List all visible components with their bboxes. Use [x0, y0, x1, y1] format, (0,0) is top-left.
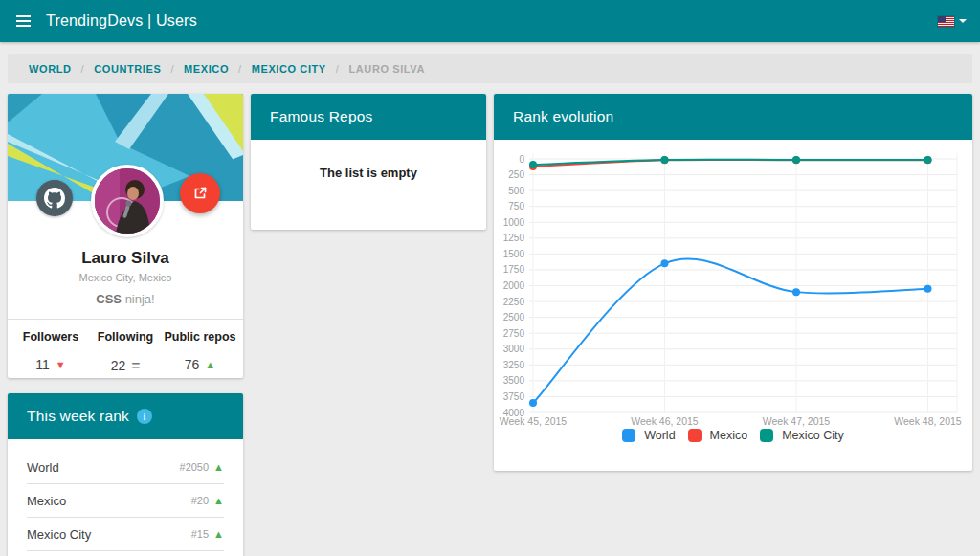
svg-text:1000: 1000 — [503, 217, 525, 228]
app-title: TrendingDevs | Users — [46, 12, 197, 30]
svg-text:2000: 2000 — [503, 280, 525, 291]
breadcrumb-separator: / — [170, 63, 174, 75]
external-link-icon — [191, 185, 209, 202]
breadcrumb-current-user: LAURO SILVA — [348, 63, 425, 75]
svg-text:3750: 3750 — [503, 391, 525, 402]
famous-repos-empty-message: The list is empty — [251, 140, 486, 180]
svg-text:Week 47, 2015: Week 47, 2015 — [763, 415, 831, 427]
legend-item-mexico-city: Mexico City — [760, 429, 844, 442]
breadcrumb-separator: / — [81, 63, 85, 75]
profile-location: Mexico City, Mexico — [8, 272, 243, 283]
trend-up-icon: ▲ — [213, 461, 224, 473]
rank-evolution-chart: 0250500750100012501500175020002250250027… — [494, 140, 972, 471]
info-icon[interactable]: i — [137, 409, 152, 424]
github-button[interactable] — [36, 180, 73, 216]
stat-followers: Followers 11▼ — [13, 330, 88, 373]
svg-text:2750: 2750 — [503, 328, 525, 339]
rank-evolution-card: Rank evolution 0250500750100012501500175… — [494, 94, 972, 471]
profile-name: Lauro Silva — [8, 249, 243, 268]
breadcrumb-separator: / — [336, 63, 340, 75]
svg-text:1750: 1750 — [503, 264, 525, 275]
language-selector[interactable] — [938, 16, 967, 27]
hamburger-icon[interactable] — [2, 0, 44, 42]
breadcrumb-mexico[interactable]: MEXICO — [184, 63, 229, 75]
rank-row-mexico: Mexico #20▲ — [27, 484, 224, 518]
svg-text:3000: 3000 — [503, 344, 525, 354]
rank-evolution-header: Rank evolution — [494, 94, 972, 140]
us-flag-icon — [938, 16, 954, 27]
breadcrumb: WORLD / COUNTRIES / MEXICO / MEXICO CITY… — [8, 54, 972, 83]
svg-text:Week 46, 2015: Week 46, 2015 — [631, 415, 699, 427]
legend-item-world: World — [622, 429, 675, 442]
week-rank-header: This week rank i — [8, 393, 243, 439]
svg-text:3500: 3500 — [503, 375, 525, 386]
week-rank-card: This week rank i World #2050▲ Mexico #20… — [8, 393, 243, 556]
legend-swatch — [760, 429, 773, 442]
svg-text:250: 250 — [508, 169, 524, 180]
svg-text:1500: 1500 — [503, 249, 525, 259]
famous-repos-title: Famous Repos — [270, 108, 373, 125]
share-profile-button[interactable] — [180, 173, 220, 213]
famous-repos-card: Famous Repos The list is empty — [251, 94, 486, 230]
svg-text:2500: 2500 — [503, 312, 525, 322]
svg-text:Week 45, 2015: Week 45, 2015 — [500, 415, 568, 427]
breadcrumb-countries[interactable]: COUNTRIES — [94, 63, 161, 75]
stat-following: Following 22= — [88, 330, 163, 373]
user-avatar — [91, 165, 164, 237]
legend-swatch — [622, 429, 635, 442]
profile-stats: Followers 11▼ Following 22= Public repos… — [8, 320, 243, 373]
svg-text:Week 48, 2015: Week 48, 2015 — [894, 415, 962, 427]
svg-text:0: 0 — [519, 154, 524, 165]
line-chart: 0250500750100012501500175020002250250027… — [494, 140, 972, 471]
trend-up-icon: ▲ — [213, 528, 224, 540]
profile-bio: CSS ninja! — [8, 292, 243, 306]
famous-repos-header: Famous Repos — [251, 94, 486, 140]
profile-card: Lauro Silva Mexico City, Mexico CSS ninj… — [8, 94, 243, 378]
caret-down-icon — [959, 19, 967, 23]
svg-text:3250: 3250 — [503, 360, 525, 370]
top-navbar: TrendingDevs | Users — [0, 0, 980, 42]
stat-public-repos: Public repos 76▲ — [163, 330, 237, 373]
legend-swatch — [688, 429, 702, 442]
trend-down-icon: ▼ — [56, 359, 66, 370]
legend-item-mexico: Mexico — [688, 429, 748, 442]
svg-text:1250: 1250 — [503, 233, 525, 243]
trend-flat-icon: = — [131, 357, 140, 373]
rank-row-mexico-city: Mexico City #15▲ — [27, 518, 224, 551]
rank-row-world: World #2050▲ — [27, 451, 224, 484]
breadcrumb-world[interactable]: WORLD — [29, 63, 72, 75]
breadcrumb-separator: / — [238, 63, 242, 75]
breadcrumb-mexico-city[interactable]: MEXICO CITY — [252, 63, 326, 75]
trend-up-icon: ▲ — [205, 359, 215, 370]
trend-up-icon: ▲ — [213, 495, 224, 506]
chart-legend: World Mexico Mexico City — [494, 429, 972, 442]
rank-evolution-title: Rank evolution — [513, 108, 613, 125]
svg-text:2250: 2250 — [503, 297, 525, 307]
week-rank-title: This week rank — [27, 408, 129, 425]
svg-text:500: 500 — [508, 186, 524, 196]
svg-text:750: 750 — [508, 201, 524, 211]
github-icon — [44, 188, 65, 209]
